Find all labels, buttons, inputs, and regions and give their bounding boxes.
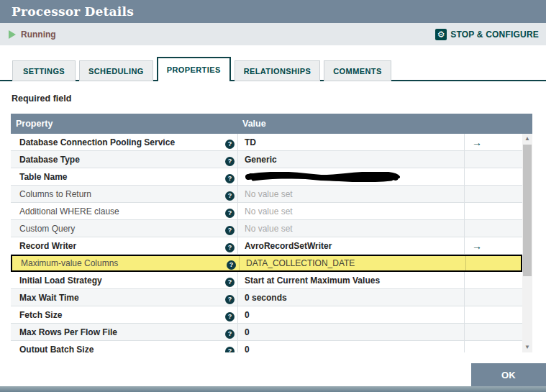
scroll-up-icon[interactable]: ▲ [522,134,532,144]
tab-scheduling[interactable]: SCHEDULING [79,60,153,81]
help-icon[interactable]: ? [225,209,235,218]
property-row[interactable]: Database Type?Generic [11,151,522,168]
dialog-title: Processor Details [12,4,134,19]
property-value: DATA_COLLECTION_DATE [239,256,465,270]
table-scrollbar[interactable]: ▲ ▼ [522,134,532,352]
table-header: Property Value [11,114,532,134]
property-row[interactable]: Custom Query?No value set [11,220,522,237]
help-icon[interactable]: ? [225,347,235,353]
property-name: Max Wait Time [11,293,222,303]
property-value [237,168,464,185]
property-value: TD [237,134,464,150]
property-value: No value set [237,186,464,202]
property-row[interactable]: Max Wait Time?0 seconds [11,289,522,306]
running-play-icon [9,30,16,39]
help-icon[interactable]: ? [225,243,235,252]
tab-relationships[interactable]: RELATIONSHIPS [235,60,321,81]
column-header-value: Value [237,119,464,129]
property-name: Record Writer [11,241,222,251]
background-status-strip [0,386,546,392]
goto-service-arrow-icon[interactable]: → [472,137,482,148]
stop-and-configure-button[interactable]: ⚙ STOP & CONFIGURE [435,29,539,40]
redaction-scribble [245,172,401,182]
status-bar: Running ⚙ STOP & CONFIGURE [0,23,546,45]
property-row[interactable]: Fetch Size?0 [11,306,522,324]
help-icon[interactable]: ? [225,226,235,235]
goto-service-arrow-icon[interactable]: → [472,240,482,252]
property-value: Start at Current Maximum Values [237,272,464,288]
property-value: Generic [237,151,464,168]
scroll-down-icon[interactable]: ▼ [522,342,532,352]
property-name: Table Name [11,172,222,182]
property-value: No value set [237,203,464,219]
scrollbar-thumb[interactable] [523,145,532,276]
properties-rows: Database Connection Pooling Service?TD→D… [11,134,522,352]
property-value: 0 [237,341,464,352]
column-header-property: Property [11,119,237,129]
dialog-header: Processor Details [0,0,546,23]
help-icon[interactable]: ? [225,329,235,339]
tab-comments[interactable]: COMMENTS [324,60,391,81]
help-icon[interactable]: ? [225,295,235,304]
property-row[interactable]: Columns to Return?No value set [11,186,522,203]
property-name: Columns to Return [11,189,222,199]
property-row[interactable]: Table Name? [11,168,522,186]
property-row[interactable]: Output Batch Size?0 [11,341,522,352]
required-field-label: Required field [12,94,71,104]
property-row[interactable]: Additional WHERE clause?No value set [11,203,522,220]
processor-details-dialog: Processor Details Running ⚙ STOP & CONFI… [0,0,546,392]
help-icon[interactable]: ? [225,157,235,166]
help-icon[interactable]: ? [225,191,235,201]
property-name: Fetch Size [11,310,222,320]
property-value: No value set [237,220,464,237]
ok-button[interactable]: OK [471,363,546,386]
help-icon[interactable]: ? [225,140,235,149]
property-value: 0 [237,324,464,340]
property-row[interactable]: Max Rows Per Flow File?0 [11,324,522,341]
property-value: 0 [237,306,464,323]
property-name: Database Connection Pooling Service [11,137,222,147]
property-row[interactable]: Initial Load Strategy?Start at Current M… [11,272,522,289]
status-label: Running [21,29,56,40]
tab-properties[interactable]: PROPERTIES [157,57,231,81]
property-value: AvroRecordSetWriter [237,237,464,254]
gear-icon: ⚙ [435,29,447,40]
tab-bar: SETTINGSSCHEDULINGPROPERTIESRELATIONSHIP… [0,57,546,81]
help-icon[interactable]: ? [225,278,235,287]
property-name: Additional WHERE clause [11,206,222,216]
help-icon[interactable]: ? [225,312,235,322]
property-row[interactable]: Database Connection Pooling Service?TD→ [11,134,522,151]
property-name: Max Rows Per Flow File [11,327,222,337]
help-icon[interactable]: ? [225,174,235,183]
property-name: Maximum-value Columns [12,258,224,268]
property-name: Initial Load Strategy [11,275,222,286]
properties-table: Property Value Database Connection Pooli… [11,114,532,352]
property-row[interactable]: Record Writer?AvroRecordSetWriter→ [11,237,522,255]
property-name: Output Batch Size [11,345,222,353]
property-name: Database Type [11,155,222,165]
tab-settings[interactable]: SETTINGS [12,60,76,81]
property-value: 0 seconds [237,289,464,306]
help-icon[interactable]: ? [227,260,236,270]
property-row-highlighted[interactable]: Maximum-value Columns?DATA_COLLECTION_DA… [11,255,522,272]
property-name: Custom Query [11,224,222,234]
